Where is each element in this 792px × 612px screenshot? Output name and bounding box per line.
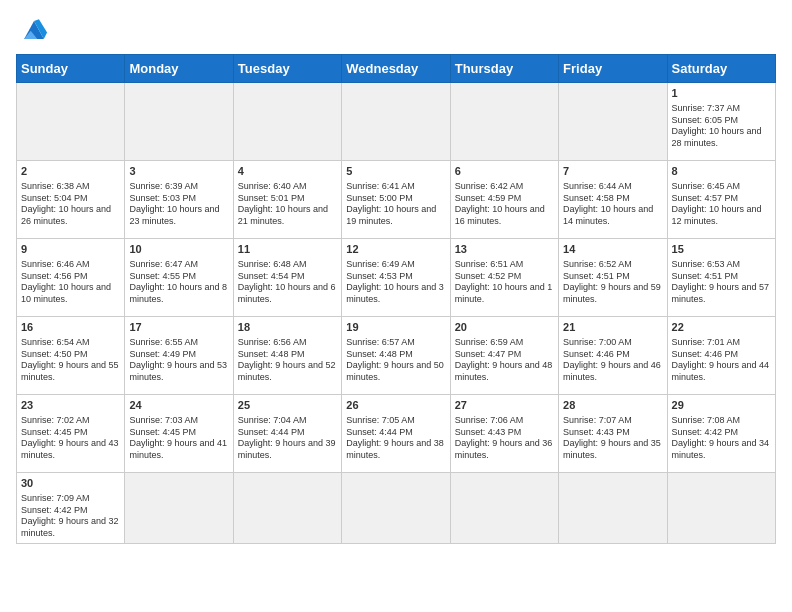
day-info: Sunrise: 7:02 AM Sunset: 4:45 PM Dayligh… <box>21 415 120 462</box>
day-number: 15 <box>672 242 771 257</box>
day-number: 25 <box>238 398 337 413</box>
page: SundayMondayTuesdayWednesdayThursdayFrid… <box>0 0 792 552</box>
day-number: 30 <box>21 476 120 491</box>
day-number: 14 <box>563 242 662 257</box>
weekday-header-saturday: Saturday <box>667 55 775 83</box>
day-number: 17 <box>129 320 228 335</box>
day-number: 27 <box>455 398 554 413</box>
day-info: Sunrise: 6:40 AM Sunset: 5:01 PM Dayligh… <box>238 181 337 228</box>
day-number: 5 <box>346 164 445 179</box>
calendar-cell: 29Sunrise: 7:08 AM Sunset: 4:42 PM Dayli… <box>667 395 775 473</box>
day-number: 7 <box>563 164 662 179</box>
calendar-cell: 30Sunrise: 7:09 AM Sunset: 4:42 PM Dayli… <box>17 473 125 544</box>
calendar-cell <box>233 473 341 544</box>
calendar-cell: 28Sunrise: 7:07 AM Sunset: 4:43 PM Dayli… <box>559 395 667 473</box>
day-info: Sunrise: 6:52 AM Sunset: 4:51 PM Dayligh… <box>563 259 662 306</box>
weekday-header-tuesday: Tuesday <box>233 55 341 83</box>
day-info: Sunrise: 6:55 AM Sunset: 4:49 PM Dayligh… <box>129 337 228 384</box>
calendar-cell: 10Sunrise: 6:47 AM Sunset: 4:55 PM Dayli… <box>125 239 233 317</box>
calendar-cell <box>342 473 450 544</box>
day-info: Sunrise: 6:57 AM Sunset: 4:48 PM Dayligh… <box>346 337 445 384</box>
day-number: 21 <box>563 320 662 335</box>
day-info: Sunrise: 6:49 AM Sunset: 4:53 PM Dayligh… <box>346 259 445 306</box>
calendar-cell: 2Sunrise: 6:38 AM Sunset: 5:04 PM Daylig… <box>17 161 125 239</box>
calendar-cell: 5Sunrise: 6:41 AM Sunset: 5:00 PM Daylig… <box>342 161 450 239</box>
day-number: 28 <box>563 398 662 413</box>
calendar-cell: 7Sunrise: 6:44 AM Sunset: 4:58 PM Daylig… <box>559 161 667 239</box>
day-info: Sunrise: 6:48 AM Sunset: 4:54 PM Dayligh… <box>238 259 337 306</box>
day-number: 2 <box>21 164 120 179</box>
day-number: 19 <box>346 320 445 335</box>
day-info: Sunrise: 7:04 AM Sunset: 4:44 PM Dayligh… <box>238 415 337 462</box>
day-info: Sunrise: 6:44 AM Sunset: 4:58 PM Dayligh… <box>563 181 662 228</box>
day-info: Sunrise: 6:38 AM Sunset: 5:04 PM Dayligh… <box>21 181 120 228</box>
day-number: 11 <box>238 242 337 257</box>
day-info: Sunrise: 6:54 AM Sunset: 4:50 PM Dayligh… <box>21 337 120 384</box>
calendar-cell: 15Sunrise: 6:53 AM Sunset: 4:51 PM Dayli… <box>667 239 775 317</box>
calendar-cell <box>559 473 667 544</box>
week-row-5: 30Sunrise: 7:09 AM Sunset: 4:42 PM Dayli… <box>17 473 776 544</box>
day-info: Sunrise: 6:56 AM Sunset: 4:48 PM Dayligh… <box>238 337 337 384</box>
calendar-cell: 13Sunrise: 6:51 AM Sunset: 4:52 PM Dayli… <box>450 239 558 317</box>
week-row-2: 9Sunrise: 6:46 AM Sunset: 4:56 PM Daylig… <box>17 239 776 317</box>
calendar-cell <box>17 83 125 161</box>
week-row-1: 2Sunrise: 6:38 AM Sunset: 5:04 PM Daylig… <box>17 161 776 239</box>
weekday-header-row: SundayMondayTuesdayWednesdayThursdayFrid… <box>17 55 776 83</box>
day-number: 24 <box>129 398 228 413</box>
week-row-0: 1Sunrise: 7:37 AM Sunset: 6:05 PM Daylig… <box>17 83 776 161</box>
day-info: Sunrise: 6:47 AM Sunset: 4:55 PM Dayligh… <box>129 259 228 306</box>
day-number: 4 <box>238 164 337 179</box>
day-number: 16 <box>21 320 120 335</box>
calendar-cell: 17Sunrise: 6:55 AM Sunset: 4:49 PM Dayli… <box>125 317 233 395</box>
day-info: Sunrise: 6:41 AM Sunset: 5:00 PM Dayligh… <box>346 181 445 228</box>
calendar-cell: 9Sunrise: 6:46 AM Sunset: 4:56 PM Daylig… <box>17 239 125 317</box>
day-number: 6 <box>455 164 554 179</box>
calendar-cell <box>450 473 558 544</box>
calendar-cell <box>233 83 341 161</box>
day-number: 26 <box>346 398 445 413</box>
day-number: 29 <box>672 398 771 413</box>
day-number: 13 <box>455 242 554 257</box>
day-info: Sunrise: 6:51 AM Sunset: 4:52 PM Dayligh… <box>455 259 554 306</box>
calendar-cell: 11Sunrise: 6:48 AM Sunset: 4:54 PM Dayli… <box>233 239 341 317</box>
calendar-cell: 16Sunrise: 6:54 AM Sunset: 4:50 PM Dayli… <box>17 317 125 395</box>
calendar-cell <box>125 473 233 544</box>
day-number: 3 <box>129 164 228 179</box>
weekday-header-sunday: Sunday <box>17 55 125 83</box>
calendar-cell: 21Sunrise: 7:00 AM Sunset: 4:46 PM Dayli… <box>559 317 667 395</box>
calendar-cell: 23Sunrise: 7:02 AM Sunset: 4:45 PM Dayli… <box>17 395 125 473</box>
day-info: Sunrise: 7:09 AM Sunset: 4:42 PM Dayligh… <box>21 493 120 540</box>
day-info: Sunrise: 7:06 AM Sunset: 4:43 PM Dayligh… <box>455 415 554 462</box>
weekday-header-monday: Monday <box>125 55 233 83</box>
day-info: Sunrise: 7:07 AM Sunset: 4:43 PM Dayligh… <box>563 415 662 462</box>
calendar-cell <box>559 83 667 161</box>
day-number: 9 <box>21 242 120 257</box>
day-number: 20 <box>455 320 554 335</box>
day-info: Sunrise: 7:05 AM Sunset: 4:44 PM Dayligh… <box>346 415 445 462</box>
week-row-3: 16Sunrise: 6:54 AM Sunset: 4:50 PM Dayli… <box>17 317 776 395</box>
day-number: 12 <box>346 242 445 257</box>
calendar-cell <box>125 83 233 161</box>
calendar-cell: 12Sunrise: 6:49 AM Sunset: 4:53 PM Dayli… <box>342 239 450 317</box>
calendar-cell: 14Sunrise: 6:52 AM Sunset: 4:51 PM Dayli… <box>559 239 667 317</box>
calendar-cell: 24Sunrise: 7:03 AM Sunset: 4:45 PM Dayli… <box>125 395 233 473</box>
day-info: Sunrise: 6:45 AM Sunset: 4:57 PM Dayligh… <box>672 181 771 228</box>
calendar-table: SundayMondayTuesdayWednesdayThursdayFrid… <box>16 54 776 544</box>
weekday-header-wednesday: Wednesday <box>342 55 450 83</box>
day-info: Sunrise: 7:37 AM Sunset: 6:05 PM Dayligh… <box>672 103 771 150</box>
day-info: Sunrise: 7:03 AM Sunset: 4:45 PM Dayligh… <box>129 415 228 462</box>
calendar-cell: 27Sunrise: 7:06 AM Sunset: 4:43 PM Dayli… <box>450 395 558 473</box>
calendar-cell <box>342 83 450 161</box>
weekday-header-friday: Friday <box>559 55 667 83</box>
day-info: Sunrise: 6:46 AM Sunset: 4:56 PM Dayligh… <box>21 259 120 306</box>
day-number: 23 <box>21 398 120 413</box>
day-number: 10 <box>129 242 228 257</box>
week-row-4: 23Sunrise: 7:02 AM Sunset: 4:45 PM Dayli… <box>17 395 776 473</box>
calendar-cell: 1Sunrise: 7:37 AM Sunset: 6:05 PM Daylig… <box>667 83 775 161</box>
day-info: Sunrise: 7:00 AM Sunset: 4:46 PM Dayligh… <box>563 337 662 384</box>
calendar-cell <box>667 473 775 544</box>
day-number: 22 <box>672 320 771 335</box>
logo <box>16 16 56 44</box>
day-info: Sunrise: 6:59 AM Sunset: 4:47 PM Dayligh… <box>455 337 554 384</box>
calendar-cell: 26Sunrise: 7:05 AM Sunset: 4:44 PM Dayli… <box>342 395 450 473</box>
